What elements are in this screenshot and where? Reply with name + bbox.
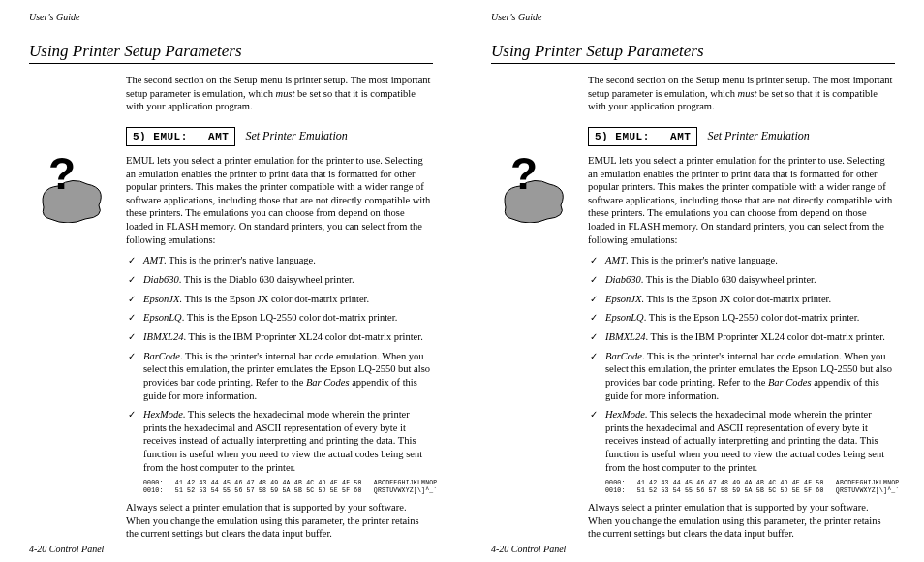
page-footer: 4-20 Control Panel	[29, 544, 104, 554]
list-item: BarCode. This is the printer's internal …	[126, 350, 433, 403]
parameter-row: 5) EMUL: AMT Set Printer Emulation	[588, 127, 895, 146]
list-item: EpsonLQ. This is the Epson LQ-2550 color…	[588, 311, 895, 325]
list-item: AMT. This is the printer's native langua…	[126, 254, 433, 267]
page-spread: User's Guide Using Printer Setup Paramet…	[0, 0, 924, 562]
closing-paragraph: Always select a printer emulation that i…	[588, 501, 895, 541]
list-item: EpsonJX. This is the Epson JX color dot-…	[588, 293, 895, 306]
intro-must: must	[738, 88, 757, 99]
list-item: IBMXL24. This is the IBM Proprinter XL24…	[126, 330, 433, 344]
question-mark-icon: ?	[510, 151, 538, 196]
emulation-list: AMT. This is the printer's native langua…	[588, 254, 895, 474]
hex-dump: 0000: 41 42 43 44 45 46 47 48 49 4A 4B 4…	[605, 480, 895, 495]
list-item: IBMXL24. This is the IBM Proprinter XL24…	[588, 330, 895, 344]
running-head: User's Guide	[491, 12, 895, 22]
list-item: HexMode. This selects the hexadecimal mo…	[126, 408, 433, 474]
parameter-label: Set Printer Emulation	[245, 129, 347, 143]
question-mark-icon: ?	[48, 151, 76, 196]
page-footer: 4-20 Control Panel	[491, 544, 566, 554]
body-column: The second section on the Setup menu is …	[126, 74, 433, 541]
parameter-display: 5) EMUL: AMT	[588, 127, 697, 146]
closing-paragraph: Always select a printer emulation that i…	[126, 501, 433, 541]
section-title: Using Printer Setup Parameters	[491, 42, 895, 64]
section-title: Using Printer Setup Parameters	[29, 42, 433, 64]
page-right: User's Guide Using Printer Setup Paramet…	[462, 0, 924, 562]
description-paragraph: EMUL lets you select a printer emulation…	[588, 154, 895, 246]
hex-dump: 0000: 41 42 43 44 45 46 47 48 49 4A 4B 4…	[143, 480, 433, 495]
list-item: BarCode. This is the printer's internal …	[588, 350, 895, 403]
parameter-display: 5) EMUL: AMT	[126, 127, 235, 146]
list-item: EpsonJX. This is the Epson JX color dot-…	[126, 293, 433, 306]
emulation-list: AMT. This is the printer's native langua…	[126, 254, 433, 474]
list-item: AMT. This is the printer's native langua…	[588, 254, 895, 267]
list-item: EpsonLQ. This is the Epson LQ-2550 color…	[126, 311, 433, 325]
page-left: User's Guide Using Printer Setup Paramet…	[0, 0, 462, 562]
intro-must: must	[276, 88, 295, 99]
list-item: Diab630. This is the Diablo 630 daisywhe…	[588, 273, 895, 287]
running-head: User's Guide	[29, 12, 433, 22]
parameter-row: 5) EMUL: AMT Set Printer Emulation	[126, 127, 433, 146]
intro-paragraph: The second section on the Setup menu is …	[126, 74, 433, 113]
body-column: The second section on the Setup menu is …	[588, 74, 895, 541]
parameter-label: Set Printer Emulation	[707, 129, 809, 143]
list-item: Diab630. This is the Diablo 630 daisywhe…	[126, 273, 433, 287]
list-item: HexMode. This selects the hexadecimal mo…	[588, 408, 895, 474]
description-paragraph: EMUL lets you select a printer emulation…	[126, 154, 433, 246]
intro-paragraph: The second section on the Setup menu is …	[588, 74, 895, 113]
